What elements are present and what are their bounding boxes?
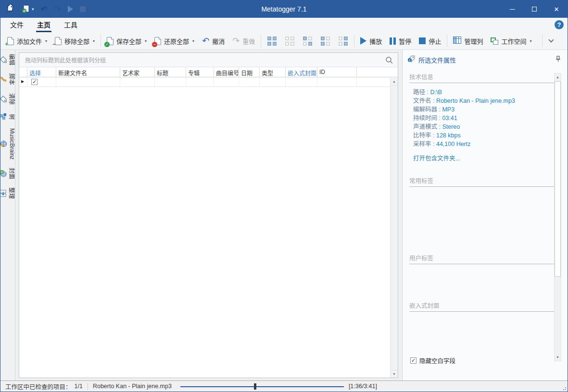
add-files-label: 添加文件 bbox=[17, 37, 42, 46]
check-all-icon[interactable] bbox=[267, 37, 277, 46]
manage-columns-button[interactable]: 管理列 bbox=[449, 35, 487, 48]
scroll-down-icon[interactable]: ▼ bbox=[555, 354, 561, 361]
column-header-embedded-cover[interactable]: 嵌入式封面 bbox=[286, 67, 317, 77]
add-files-caret-icon[interactable]: ▾ bbox=[45, 39, 47, 43]
sidebar-item-tree[interactable]: 树 bbox=[0, 113, 16, 120]
section-technical-info: 技术信息 bbox=[409, 72, 561, 83]
sidebar-item-musicbrainz[interactable]: MusicBrainz bbox=[0, 128, 15, 159]
ribbon-separator bbox=[101, 35, 101, 47]
column-header-artist[interactable]: 艺术家 bbox=[120, 67, 155, 77]
hide-empty-checkbox[interactable]: ✓ bbox=[410, 357, 417, 364]
panel-scrollbar-thumb[interactable] bbox=[555, 81, 561, 277]
prop-channel-mode: 声道模式 : Stereo bbox=[413, 122, 568, 131]
sidebar-item-clean[interactable]: ✕ 清除 bbox=[0, 93, 16, 105]
save-all-button[interactable]: ✓ 保存全部 ▾ bbox=[103, 35, 151, 48]
close-icon: ✕ bbox=[554, 6, 559, 13]
scroll-up-icon[interactable]: ▲ bbox=[391, 78, 398, 86]
row-checkbox[interactable]: ✓ bbox=[31, 79, 38, 85]
prop-path: 路径 : D:\B bbox=[413, 88, 568, 97]
quick-play-icon[interactable] bbox=[68, 6, 73, 12]
quick-save-all-button[interactable]: ▾ bbox=[22, 5, 34, 13]
column-header-genre[interactable]: 类型 bbox=[260, 67, 286, 77]
restore-all-button[interactable]: − 还原全部 ▾ bbox=[151, 35, 198, 48]
scroll-up-icon[interactable]: ▲ bbox=[555, 74, 561, 81]
panel-vertical-scrollbar[interactable]: ▲ ▼ bbox=[554, 73, 561, 361]
grid-vertical-scrollbar[interactable]: ▲ ▼ bbox=[390, 78, 398, 378]
column-header-filler bbox=[357, 67, 398, 77]
ribbon-toolbar: + 添加文件 ▾ − 移除全部 ▾ ✓ 保存全部 ▾ − 还原全部 ▾ ↶ 撤消… bbox=[0, 32, 568, 50]
table-row[interactable]: ▶ ✓ bbox=[19, 77, 398, 87]
properties-panel-header: i 所选文件属性 bbox=[403, 50, 568, 67]
sidebar-item-edit[interactable]: + 编辑 bbox=[0, 54, 16, 65]
pause-button[interactable]: 暂停 bbox=[386, 35, 415, 48]
seek-slider[interactable] bbox=[180, 383, 344, 390]
quick-undo-icon[interactable]: ↶ bbox=[41, 4, 48, 14]
maximize-button[interactable] bbox=[523, 0, 545, 18]
app-tag-icon bbox=[5, 4, 15, 14]
column-header-new-filename[interactable]: 新建文件名 bbox=[56, 67, 120, 77]
properties-panel-title: 所选文件属性 bbox=[418, 55, 553, 64]
pin-icon[interactable] bbox=[555, 55, 561, 64]
save-all-caret-icon[interactable]: ▾ bbox=[145, 39, 147, 43]
collapse-ribbon-icon[interactable] bbox=[549, 37, 554, 42]
column-header-date[interactable]: 日期 bbox=[239, 67, 260, 77]
seek-track[interactable] bbox=[180, 386, 344, 387]
tab-home[interactable]: 主页 bbox=[33, 17, 54, 32]
save-dropdown-caret-icon[interactable]: ▾ bbox=[32, 7, 34, 12]
stop-button[interactable]: 停止 bbox=[415, 35, 445, 48]
section-embedded-cover: 嵌入式封面 bbox=[409, 301, 561, 312]
ribbon-separator bbox=[354, 35, 354, 47]
search-icon[interactable] bbox=[385, 56, 393, 65]
add-files-button[interactable]: + 添加文件 ▾ bbox=[3, 35, 51, 48]
checked-items-label: 工作区中已检查的项目： bbox=[5, 382, 72, 391]
column-header-select[interactable]: 选择 bbox=[27, 67, 56, 77]
remove-all-caret-icon[interactable]: ▾ bbox=[93, 39, 95, 43]
hide-empty-fields-option[interactable]: ✓ 隐藏空白字段 bbox=[410, 356, 455, 365]
tab-tools[interactable]: 工具 bbox=[60, 17, 81, 32]
organize-icon bbox=[0, 190, 7, 197]
save-all-icon: ✓ bbox=[107, 37, 114, 45]
help-button[interactable]: ? bbox=[555, 20, 564, 29]
undo-button[interactable]: ↶ 撤消 bbox=[198, 35, 228, 48]
close-button[interactable]: ✕ bbox=[545, 0, 568, 18]
remove-all-button[interactable]: − 移除全部 ▾ bbox=[51, 35, 99, 48]
help-icon: ? bbox=[557, 21, 561, 28]
minimize-button[interactable] bbox=[501, 0, 523, 18]
sidebar-item-cover[interactable]: 封面 bbox=[0, 168, 16, 179]
restore-all-label: 还原全部 bbox=[164, 37, 189, 46]
sidebar-item-script[interactable]: 脚本 bbox=[0, 74, 16, 85]
play-icon bbox=[360, 37, 366, 45]
column-header-id[interactable]: ID bbox=[317, 67, 357, 77]
workspace-button[interactable]: 工作空间 ▾ bbox=[487, 35, 535, 48]
resize-grip[interactable] bbox=[562, 386, 567, 391]
invert-check-icon[interactable] bbox=[303, 37, 312, 46]
restore-all-caret-icon[interactable]: ▾ bbox=[192, 39, 194, 43]
sidebar-item-label: MusicBrainz bbox=[9, 128, 15, 159]
titlebar: ▾ ↶ ↷ Metatogger 7.1 ✕ bbox=[0, 0, 568, 18]
play-button[interactable]: 播放 bbox=[356, 35, 386, 48]
scroll-down-icon[interactable]: ▼ bbox=[391, 370, 398, 378]
column-header-tracknumber[interactable]: 曲目编号 bbox=[214, 67, 239, 77]
technical-info-list: 路径 : D:\B 文件名 : Roberto Kan - Plain jene… bbox=[413, 88, 568, 148]
ribbon-separator bbox=[261, 35, 261, 47]
tab-file[interactable]: 文件 bbox=[6, 17, 27, 32]
remove-file-icon: − bbox=[55, 37, 62, 45]
check-selected-icon[interactable] bbox=[321, 37, 330, 46]
group-by-bar[interactable]: 拖动列标题到此处根据该列分组 bbox=[19, 53, 398, 67]
common-tags-empty-area bbox=[403, 187, 568, 248]
column-header-album[interactable]: 专辑 bbox=[186, 67, 214, 77]
sidebar-item-organize[interactable]: 整理 bbox=[0, 187, 16, 199]
workspace-caret-icon[interactable]: ▾ bbox=[530, 39, 531, 43]
pause-label: 暂停 bbox=[399, 37, 411, 46]
sidebar-item-label: 编辑 bbox=[8, 54, 16, 65]
maximize-icon bbox=[532, 7, 537, 12]
minimize-icon bbox=[510, 9, 515, 10]
add-file-icon: + bbox=[7, 37, 14, 45]
column-header-title[interactable]: 标题 bbox=[155, 67, 186, 77]
status-bar: 工作区中已检查的项目： 1/1 Roberto Kan - Plain jene… bbox=[0, 380, 568, 392]
open-containing-folder-link[interactable]: 打开包含文件夹... bbox=[413, 153, 460, 162]
seek-thumb[interactable] bbox=[254, 383, 256, 390]
ribbon-tab-row: 文件 主页 工具 ? bbox=[0, 18, 568, 32]
left-sidebar: + 编辑 脚本 ✕ 清除 树 MusicBrainz 封面 整理 bbox=[0, 50, 15, 380]
uncheck-selected-icon[interactable] bbox=[339, 37, 348, 46]
